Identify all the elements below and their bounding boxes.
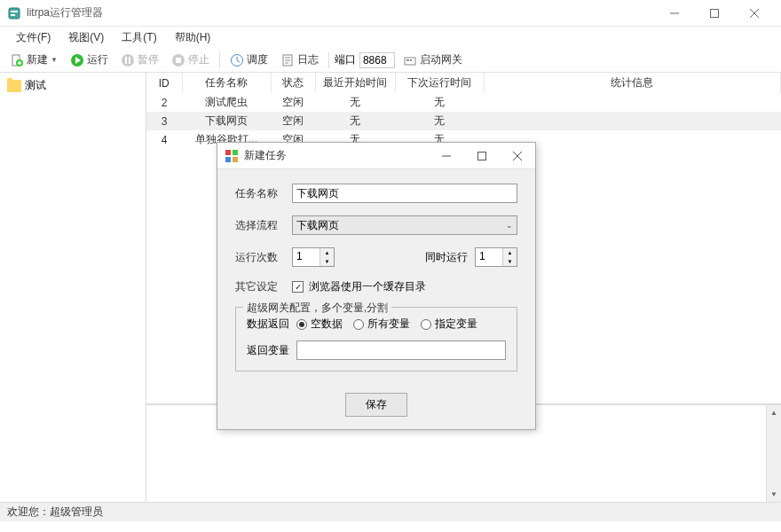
table-cell: 无 <box>315 93 395 112</box>
sidebar: 测试 <box>0 73 146 502</box>
svg-rect-0 <box>9 8 20 19</box>
window-titlebar: litrpa运行管理器 <box>0 0 781 27</box>
window-title: litrpa运行管理器 <box>27 5 654 20</box>
table-row[interactable]: 2测试爬虫空闲无无 <box>146 93 781 112</box>
table-cell: 空闲 <box>271 93 315 112</box>
table-row[interactable]: 3下载网页空闲无无 <box>146 112 781 130</box>
svg-point-13 <box>122 54 134 66</box>
svg-rect-27 <box>410 59 412 61</box>
app-icon <box>7 6 21 20</box>
table-cell <box>484 93 781 112</box>
table-cell: 2 <box>146 93 182 112</box>
menu-help[interactable]: 帮助(H) <box>166 28 220 47</box>
maximize-button[interactable] <box>694 0 734 27</box>
run-count-value: 1 <box>293 248 320 266</box>
run-count-spinner[interactable]: 1 ▲▼ <box>292 247 335 267</box>
col-id[interactable]: ID <box>146 73 182 93</box>
radio-all-label: 所有变量 <box>367 317 410 332</box>
radio-spec-vars[interactable] <box>421 319 431 330</box>
pause-label: 暂停 <box>138 52 159 67</box>
pause-button[interactable]: 暂停 <box>116 51 163 69</box>
scroll-up-icon[interactable]: ▲ <box>767 405 781 420</box>
svg-rect-29 <box>233 150 238 155</box>
dialog-minimize-button[interactable] <box>429 144 464 168</box>
return-var-input[interactable] <box>296 340 506 360</box>
svg-rect-14 <box>125 57 127 64</box>
new-label: 新建 <box>27 52 48 67</box>
new-button[interactable]: 新建 ▼ <box>5 51 62 69</box>
col-status[interactable]: 状态 <box>271 73 315 93</box>
dropdown-icon: ▼ <box>51 56 58 64</box>
menu-view[interactable]: 视图(V) <box>59 28 113 47</box>
stop-button[interactable]: 停止 <box>167 51 214 69</box>
new-task-dialog: 新建任务 任务名称 选择流程 下载网页 ⌄ 运行次数 1 ▲▼ 同时运行 <box>217 142 536 430</box>
concurrent-spinner[interactable]: 1 ▲▼ <box>475 247 517 267</box>
status-text: 欢迎您：超级管理员 <box>7 505 103 520</box>
close-button[interactable] <box>734 0 774 27</box>
table-cell: 空闲 <box>271 112 315 130</box>
start-gateway-button[interactable]: 启动网关 <box>398 51 467 69</box>
pause-icon <box>121 53 135 67</box>
table-cell: 4 <box>146 130 182 149</box>
browser-cache-label: 浏览器使用一个缓存目录 <box>309 279 426 294</box>
dialog-title: 新建任务 <box>244 148 429 163</box>
select-flow-value: 下载网页 <box>296 218 339 233</box>
col-last-start[interactable]: 最近开始时间 <box>315 73 395 93</box>
log-label: 日志 <box>297 52 319 67</box>
svg-rect-4 <box>710 9 718 17</box>
folder-icon <box>7 80 21 92</box>
tree-root-item[interactable]: 测试 <box>4 76 142 95</box>
fieldset-legend: 超级网关配置，多个变量,分割 <box>243 301 391 316</box>
radio-empty-label: 空数据 <box>311 317 343 332</box>
save-button[interactable]: 保存 <box>345 393 407 417</box>
scroll-down-icon[interactable]: ▼ <box>767 487 781 502</box>
menu-tools[interactable]: 工具(T) <box>113 28 165 47</box>
task-name-input[interactable] <box>292 184 517 203</box>
dialog-titlebar[interactable]: 新建任务 <box>217 143 535 169</box>
svg-rect-31 <box>233 157 238 162</box>
play-icon <box>70 53 84 67</box>
browser-cache-checkbox[interactable] <box>292 281 304 293</box>
data-return-label: 数据返回 <box>247 317 289 332</box>
menu-file[interactable]: 文件(F) <box>7 28 59 47</box>
task-table: ID 任务名称 状态 最近开始时间 下次运行时间 统计信息 2测试爬虫空闲无无3… <box>146 73 781 149</box>
log-button[interactable]: 日志 <box>276 51 323 69</box>
schedule-button[interactable]: 调度 <box>225 51 272 69</box>
concurrent-value: 1 <box>476 248 502 266</box>
table-cell: 无 <box>395 112 484 130</box>
scrollbar-vertical[interactable]: ▲ ▼ <box>766 405 781 502</box>
spinner-up[interactable]: ▲ <box>320 248 334 257</box>
statusbar: 欢迎您：超级管理员 <box>0 502 781 521</box>
col-next-run[interactable]: 下次运行时间 <box>395 73 484 93</box>
svg-rect-2 <box>11 14 15 16</box>
radio-all-vars[interactable] <box>353 319 364 330</box>
radio-empty-data[interactable] <box>296 319 307 330</box>
spinner-down[interactable]: ▼ <box>503 257 517 266</box>
spinner-up[interactable]: ▲ <box>503 248 517 257</box>
gateway-config-fieldset: 超级网关配置，多个变量,分割 数据返回 空数据 所有变量 指定变量 返回变量 <box>235 307 517 372</box>
clock-icon <box>230 53 244 67</box>
col-name[interactable]: 任务名称 <box>182 73 271 93</box>
run-button[interactable]: 运行 <box>66 51 113 69</box>
tree-item-label: 测试 <box>25 78 46 93</box>
start-gateway-label: 启动网关 <box>420 52 462 67</box>
minimize-button[interactable] <box>654 0 694 27</box>
task-name-label: 任务名称 <box>235 186 285 201</box>
separator <box>219 52 220 68</box>
other-settings-label: 其它设定 <box>235 279 285 294</box>
col-stats[interactable]: 统计信息 <box>484 73 781 93</box>
dialog-maximize-button[interactable] <box>464 144 500 168</box>
select-flow-dropdown[interactable]: 下载网页 ⌄ <box>292 215 517 235</box>
dialog-icon <box>225 149 239 163</box>
spinner-down[interactable]: ▼ <box>320 257 334 266</box>
chevron-down-icon: ⌄ <box>506 221 513 230</box>
menubar: 文件(F) 视图(V) 工具(T) 帮助(H) <box>0 27 781 48</box>
separator <box>328 52 329 68</box>
stop-label: 停止 <box>188 52 209 67</box>
new-icon <box>10 53 24 67</box>
dialog-close-button[interactable] <box>500 144 535 168</box>
select-flow-label: 选择流程 <box>235 218 285 233</box>
port-input[interactable] <box>359 52 395 68</box>
port-label: 端口 <box>335 52 356 67</box>
table-cell: 无 <box>315 112 395 130</box>
